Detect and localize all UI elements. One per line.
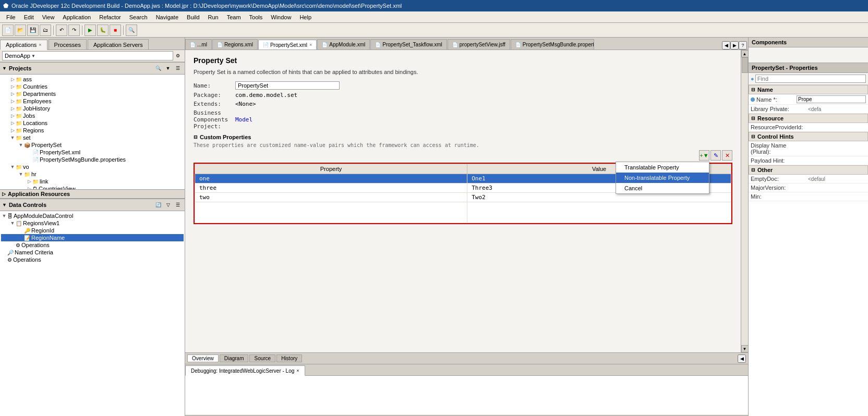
context-menu-cancel[interactable]: Cancel [616, 183, 709, 193]
search-icon: ● [751, 76, 754, 82]
tree-item-jobs[interactable]: ▷ 📁 Jobs [1, 112, 184, 119]
props-section-control-hints[interactable]: ⊟ Control Hints [749, 132, 868, 141]
editor-scroll-right[interactable]: ▶ [730, 41, 739, 50]
editor-tab-regions[interactable]: 📄 Regions.xml [212, 39, 258, 50]
props-section-resource[interactable]: ⊟ Resource [749, 114, 868, 123]
editor-tab-appmodule[interactable]: 📄 AppModule.xml [317, 39, 370, 50]
properties-search-input[interactable] [755, 75, 866, 83]
tab-applications[interactable]: Applications × [0, 40, 47, 50]
open-btn[interactable]: 📂 [15, 25, 26, 36]
project-settings-btn[interactable]: ⚙ [173, 51, 183, 60]
menu-team[interactable]: Team [223, 13, 245, 21]
tree-item-set[interactable]: ▼ 📁 set [1, 134, 184, 141]
tree-item-propertyset-xml[interactable]: 📄 PropertySet.xml [1, 149, 184, 156]
save-all-btn[interactable]: 🗂 [40, 25, 51, 36]
filter-dc-btn[interactable]: ▽ [163, 200, 173, 210]
tab-processes[interactable]: Processes [49, 39, 87, 50]
context-menu-non-translatable[interactable]: Non-translatable Property [616, 173, 709, 183]
menu-search[interactable]: Search [125, 13, 152, 21]
bottom-tab-source[interactable]: Source [249, 354, 275, 362]
folder-icon: 📁 [24, 172, 30, 177]
tree-item-regions[interactable]: ▷ 📁 Regions [1, 127, 184, 134]
projects-section-header[interactable]: ▼ Projects 🔍 ▼ ☰ [0, 62, 185, 75]
tree-item-locations[interactable]: ▷ 📁 Locations [1, 119, 184, 127]
tree-item-propertyset-props[interactable]: 📄 PropertySetMsgBundle.properties [1, 156, 184, 163]
menu-application[interactable]: Application [58, 13, 95, 21]
menu-view[interactable]: View [38, 13, 59, 21]
scroll-up-btn[interactable]: ▲ [741, 50, 749, 57]
tree-item-departments[interactable]: ▷ 📁 Departments [1, 90, 184, 97]
search-projects-btn[interactable]: 🔍 [153, 64, 163, 73]
menu-navigate[interactable]: Navigate [152, 13, 183, 21]
editor-tab-xml1[interactable]: 📄 ...ml [185, 39, 212, 50]
props-section-name[interactable]: ⊟ Name [749, 85, 868, 94]
menu-refactor[interactable]: Refactor [95, 13, 125, 21]
editor-tab-taskflow[interactable]: 📄 PropertySet_Taskflow.xml [370, 39, 447, 50]
scroll-down-btn[interactable]: ▼ [741, 345, 749, 352]
tab-close-propertyset[interactable]: × [309, 42, 312, 47]
log-tab-debugging[interactable]: Debugging: IntegratedWebLogicServer - Lo… [185, 365, 305, 376]
undo-btn[interactable]: ↶ [56, 25, 67, 36]
tree-item-regionid[interactable]: 🔑 RegionId [1, 227, 184, 234]
menu-build[interactable]: Build [183, 13, 203, 21]
project-selector[interactable]: DemoApp ▼ [2, 51, 173, 60]
tree-item-employees[interactable]: ▷ 📁 Employees [1, 97, 184, 105]
tree-item-propertyset-pkg[interactable]: ▼ 📦 PropertySet [1, 141, 184, 149]
bottom-tab-history[interactable]: History [276, 354, 302, 362]
name-prop-input[interactable] [797, 95, 866, 103]
tree-item-appmodule-dc[interactable]: ▼ 🗄 AppModuleDataControl [1, 212, 184, 219]
table-row-two[interactable]: two Two2 [195, 193, 731, 202]
edit-property-btn[interactable]: ✎ [710, 150, 721, 161]
new-btn[interactable]: 📄 [2, 25, 14, 36]
menu-edit[interactable]: Edit [20, 13, 38, 21]
tree-item-countriesview[interactable]: ▷ 🗒 CountriesView [1, 185, 184, 189]
tree-item-named-criteria[interactable]: 🔎 Named Criteria [1, 249, 184, 256]
menu-run[interactable]: Run [204, 13, 223, 21]
name-input[interactable] [235, 81, 340, 90]
props-section-other[interactable]: ⊟ Other [749, 165, 868, 175]
config-dc-btn[interactable]: ☰ [173, 200, 183, 210]
log-tab-close[interactable]: × [296, 368, 299, 373]
custom-props-header[interactable]: ⊟ Custom Properties [194, 134, 732, 140]
menu-file[interactable]: File [2, 13, 20, 21]
data-controls-header[interactable]: ▼ Data Controls 🔄 ▽ ☰ [0, 199, 185, 211]
menu-window[interactable]: Window [267, 13, 295, 21]
run-btn[interactable]: ▶ [85, 25, 96, 36]
tree-item-vo[interactable]: ▼ 📁 vo [1, 163, 184, 170]
bottom-tab-diagram[interactable]: Diagram [220, 354, 249, 362]
editor-tab-msgbundle[interactable]: 📄 PropertySetMsgBundle.properties [511, 39, 594, 50]
biz-comp-link[interactable]: Model [235, 116, 252, 123]
editor-tab-propertyset[interactable]: 📄 PropertySet.xml × [258, 40, 317, 50]
editor-tab-jsff[interactable]: 📄 propertySetView.jsff [448, 39, 510, 50]
refresh-dc-btn[interactable]: 🔄 [153, 200, 163, 210]
tree-item-countries[interactable]: ▷ 📁 Countries [1, 83, 184, 90]
tree-item-regionsview1[interactable]: ▼ 📋 RegionsView1 [1, 219, 184, 227]
tree-item-jobhistory[interactable]: ▷ 📁 JobHistory [1, 105, 184, 112]
app-resources-header[interactable]: ▷ Application Resources [0, 189, 185, 199]
tab-applications-close[interactable]: × [39, 42, 41, 47]
save-btn[interactable]: 💾 [27, 25, 39, 36]
help-btn[interactable]: ? [739, 41, 747, 50]
menu-tools[interactable]: Tools [245, 13, 267, 21]
add-property-btn[interactable]: +▼ [699, 150, 709, 161]
tree-item-root-operations[interactable]: ⚙ Operations [1, 256, 184, 263]
tree-item-dc-operations[interactable]: ⚙ Operations [1, 241, 184, 249]
filter-btn[interactable]: ▼ [163, 64, 173, 73]
expand-bottom-btn[interactable]: ◀ [738, 354, 746, 363]
stop-btn[interactable]: ■ [110, 25, 121, 36]
menu-help[interactable]: Help [295, 13, 316, 21]
tree-item-hr[interactable]: ▼ 📁 hr [1, 170, 184, 178]
scroll-thumb[interactable] [742, 57, 748, 73]
editor-scroll-left[interactable]: ◀ [722, 41, 730, 50]
debug-btn[interactable]: 🐛 [97, 25, 108, 36]
tree-item-regionname[interactable]: 📝 RegionName [1, 234, 184, 241]
config-btn[interactable]: ☰ [173, 64, 183, 73]
search-toolbar-btn[interactable]: 🔍 [126, 25, 137, 36]
redo-btn[interactable]: ↷ [68, 25, 80, 36]
delete-property-btn[interactable]: ✕ [722, 150, 732, 161]
tab-app-servers[interactable]: Application Servers [88, 39, 149, 50]
context-menu-translatable[interactable]: Translatable Property [616, 162, 709, 173]
tree-item-link[interactable]: ▷ 📁 link [1, 178, 184, 185]
tree-item-ass[interactable]: ▷ 📁 ass [1, 76, 184, 83]
bottom-tab-overview[interactable]: Overview [187, 354, 219, 362]
